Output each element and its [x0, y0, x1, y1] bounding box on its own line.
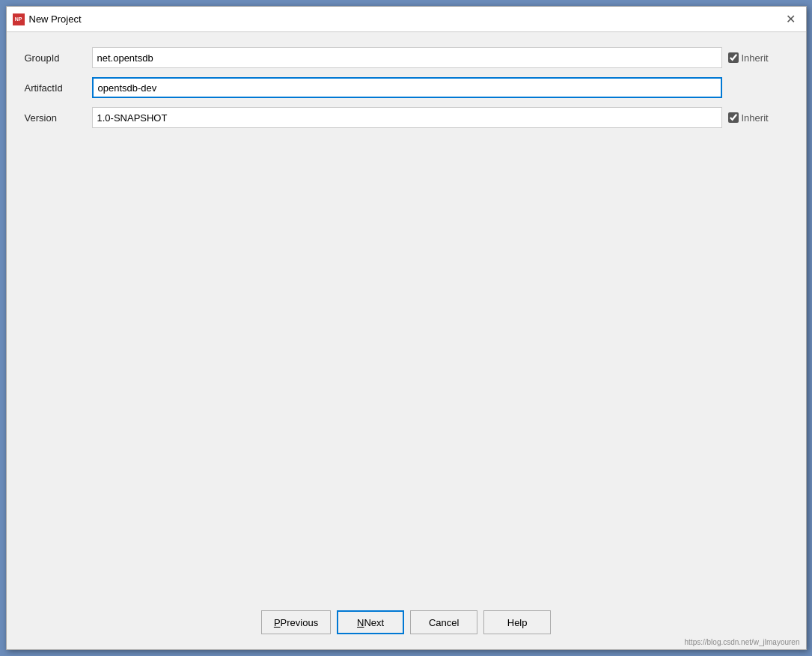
previous-button[interactable]: PPrevious	[261, 610, 331, 634]
version-inherit-checkbox[interactable]	[728, 112, 739, 123]
groupid-input[interactable]	[92, 47, 722, 68]
version-label: Version	[25, 112, 92, 124]
artifactid-input[interactable]	[92, 77, 722, 98]
version-input[interactable]	[92, 107, 722, 128]
close-button[interactable]: ✕	[782, 10, 800, 28]
version-row: Version Inherit	[25, 107, 788, 128]
artifactid-label: ArtifactId	[25, 82, 92, 94]
title-bar: NP New Project ✕	[7, 7, 806, 32]
next-button[interactable]: NNext	[337, 610, 404, 634]
version-inherit-label: Inherit	[742, 112, 769, 124]
help-label: Help	[507, 617, 528, 628]
app-icon: NP	[13, 13, 25, 25]
groupid-row: GroupId Inherit	[25, 47, 788, 68]
groupid-inherit-area: Inherit	[728, 52, 788, 64]
dialog-content: GroupId Inherit ArtifactId Version	[7, 32, 806, 601]
dialog-title: New Project	[29, 13, 82, 25]
previous-label: PPrevious	[274, 617, 318, 628]
cancel-label: Cancel	[429, 617, 459, 628]
watermark: https://blog.csdn.net/w_jlmayouren	[685, 638, 800, 646]
groupid-inherit-label: Inherit	[742, 52, 769, 64]
groupid-label: GroupId	[25, 52, 92, 64]
new-project-dialog: NP New Project ✕ GroupId Inherit Artifac…	[6, 6, 807, 650]
title-bar-left: NP New Project	[13, 13, 82, 25]
artifactid-row: ArtifactId	[25, 77, 788, 98]
groupid-inherit-checkbox[interactable]	[728, 52, 739, 63]
help-button[interactable]: Help	[483, 610, 551, 634]
next-label: NNext	[357, 617, 384, 628]
version-inherit-area: Inherit	[728, 112, 788, 124]
form-area: GroupId Inherit ArtifactId Version	[25, 47, 788, 128]
cancel-button[interactable]: Cancel	[410, 610, 477, 634]
